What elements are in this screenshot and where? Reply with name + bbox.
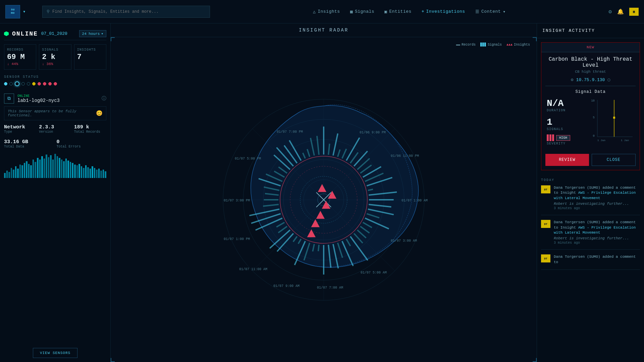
nav-investigations-label: Investigations [426,9,465,14]
insights-icon: △ [313,9,316,14]
nav-links: △ Insights ▦ Signals ▣ Entities ⌖ Invest… [217,9,602,14]
corner-decoration-tl [111,37,115,41]
svg-line-40 [318,245,319,251]
nav-content[interactable]: ☰ Content ▾ [475,9,506,14]
close-button[interactable]: CLOSE [592,154,636,166]
wave-bar [24,163,25,178]
wave-bar [63,161,65,178]
wave-bar [48,157,50,178]
legend-signals: ▊▊▊ Signals [480,43,502,47]
corner-decoration-bl [111,358,115,362]
sensor-dot-9-red [48,82,52,85]
spec-version-label: Version [39,130,71,134]
logo-area[interactable]: sumo ▾ [5,5,36,18]
signals-count-label: SIGNALS [547,127,583,131]
time-range-selector[interactable]: 24 hours ▾ [79,30,106,37]
status-online-text: ONLINE [12,31,38,37]
legend-records-icon: ▬▬ [456,43,460,47]
logo-chevron-icon[interactable]: ▾ [23,9,25,14]
sensor-note-text: This Sensor appears to be fully function… [8,109,96,117]
time-range-chevron-icon: ▾ [101,32,103,36]
svg-text:01/07 3:00 AM: 01/07 3:00 AM [391,239,417,243]
activity-avatar-3: DT [541,254,550,262]
wave-bar [52,160,54,178]
search-bar[interactable]: ⚲ [42,6,210,18]
spec-type: Network Type [4,124,36,134]
activity-text-1: Dana Torgersen (SUMO) added a comment to… [554,185,640,201]
activity-comment-1: Robert is investigating further... [554,202,640,206]
wave-bar [67,161,69,178]
online-indicator-icon [4,32,9,36]
center-panel: INSIGHT RADAR ▬▬ Records ▊▊▊ Signals ▲▲▲ [111,23,537,362]
wave-bar [54,154,56,178]
notifications-icon[interactable]: 🔔 [617,8,624,15]
svg-text:01/07 11:00 AM: 01/07 11:00 AM [239,267,267,271]
sensor-dot-4 [21,82,25,85]
signals-change: ↓ 36% [42,62,68,66]
wave-bar [83,168,85,178]
spec-data: 33.16 GB Total Data [4,139,54,148]
duration-label: DURATION [547,109,583,112]
signal-data-title: Signal Data [545,89,636,94]
wave-bar [11,168,12,178]
wave-bar [4,173,6,178]
signal-mini-chart: 10 5 0 1 Jan 1 Jan [587,98,634,146]
wave-bar [76,165,78,178]
wave-bar [72,163,73,178]
records-change: ↓ 44% [7,62,33,66]
wave-bar [70,162,71,178]
waveform-chart [4,153,106,179]
investigations-icon: ⌖ [422,9,424,14]
sensor-specs: Network Type 2.3.3 Version 189 k Total R… [4,124,106,134]
signals-count-value: 1 [547,117,583,127]
insight-card: NEW Carbon Black - High Threat Level CB … [541,42,640,170]
signal-data-section: Signal Data N/A DURATION 1 SIGNALS [545,86,636,146]
wave-bar [37,158,39,178]
activity-text-3: Dana Torgersen (SUMO) added a comment to [554,254,640,265]
sensor-dot-8-red [43,82,46,85]
metrics-row: RECORDS 69 M ↓ 44% SIGNALS 2 k ↓ 36% INS… [4,44,106,70]
svg-text:5: 5 [593,116,595,119]
view-sensors-button[interactable]: VIEW SENSORS [33,348,77,358]
new-badge: NEW [587,45,594,49]
logo-icon: sumo [5,5,20,18]
nav-investigations[interactable]: ⌖ Investigations [422,9,465,14]
activity-user-2: Dana Torgersen (SUMO) [554,220,600,224]
svg-text:01/06 9:00 PM: 01/06 9:00 PM [360,131,386,134]
activity-avatar-2: DT [541,220,550,228]
entities-icon: ▣ [384,9,387,14]
wave-bar [33,160,34,178]
spec-errors: 0 Total Errors [57,139,107,148]
nav-signals-label: Signals [355,9,374,14]
sensor-section: SENSOR STATUS [4,75,106,89]
wave-bar [46,155,47,178]
wave-bar [41,156,43,178]
records-value: 69 M [7,53,33,61]
wave-bar [13,170,14,178]
insight-subtitle: CB high threat [545,70,636,74]
nav-insights[interactable]: △ Insights [313,9,340,14]
sensor-dot-3-selected [15,81,19,86]
spec-type-value: Network [4,124,36,130]
insight-activity-header: INSIGHT ACTIVITY [537,23,644,38]
severity-bars-icon [547,134,554,141]
radar-container: ▬▬ Records ▊▊▊ Signals ▲▲▲ Insights [111,37,537,362]
wave-bar [17,169,19,178]
settings-icon[interactable]: ⚙ [608,8,612,15]
activity-content-2: Dana Torgersen (SUMO) added a comment to… [554,220,640,245]
legend-insights-icon: ▲▲▲ [506,43,513,47]
sensor-note-emoji-icon: 😊 [96,110,103,117]
review-button[interactable]: REVIEW [545,154,589,166]
insight-card-header: NEW [541,43,640,52]
wave-bar [87,167,89,178]
search-input[interactable] [52,9,206,14]
content-chevron-icon: ▾ [503,9,505,14]
status-bar: ONLINE 07_01_2020 24 hours ▾ [4,27,106,40]
legend-insights: ▲▲▲ Insights [506,43,530,47]
user-avatar[interactable]: ▦ [629,8,639,16]
sensor-info-icon[interactable]: ⓘ [102,96,106,102]
nav-right: ⚙ 🔔 ▦ [608,8,639,16]
nav-signals[interactable]: ▦ Signals [350,9,374,14]
ip-copy-icon[interactable]: ◯ [607,77,610,82]
nav-entities[interactable]: ▣ Entities [384,9,412,14]
